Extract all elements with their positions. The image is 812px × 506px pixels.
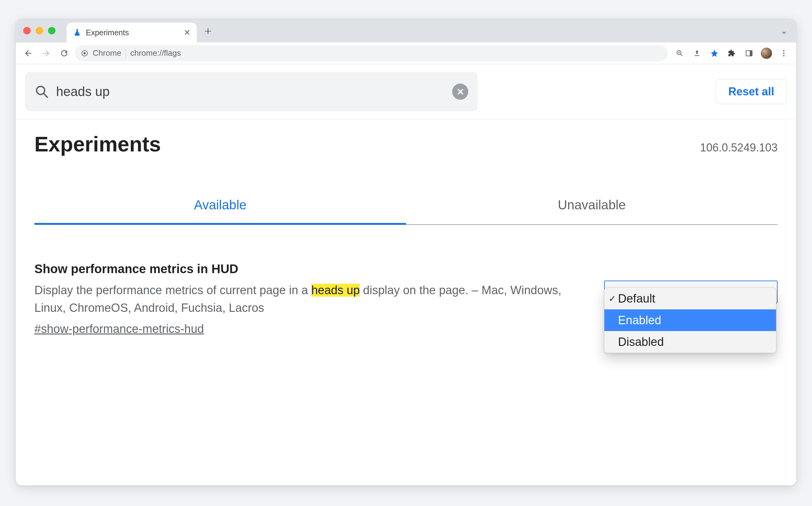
avatar[interactable] (759, 46, 774, 61)
flag-anchor-link[interactable]: #show-performance-metrics-hud (34, 322, 592, 336)
svg-rect-0 (76, 29, 78, 30)
close-window-icon[interactable] (23, 27, 31, 34)
tab-list-chevron-icon[interactable]: ⌄ (777, 24, 791, 38)
search-row: heads up ✕ Reset all (16, 64, 796, 119)
share-icon[interactable] (689, 46, 705, 61)
forward-button[interactable] (39, 46, 54, 61)
tab-available[interactable]: Available (34, 187, 406, 225)
flag-row: Show performance metrics in HUD Display … (34, 262, 778, 336)
option-enabled-label: Enabled (618, 314, 661, 327)
reset-all-label: Reset all (728, 85, 774, 98)
tab-available-label: Available (194, 197, 247, 212)
page-body: heads up ✕ Reset all Experiments 106.0.5… (16, 64, 796, 485)
minimize-window-icon[interactable] (35, 27, 43, 34)
search-value: heads up (56, 84, 445, 99)
flag-dropdown: ✓ Default Enabled Disabled (604, 287, 777, 353)
content: Experiments 106.0.5249.103 Available Una… (16, 119, 796, 360)
tab-unavailable-label: Unavailable (558, 197, 626, 212)
flask-icon (73, 28, 81, 37)
reload-button[interactable] (57, 46, 72, 61)
option-disabled-label: Disabled (618, 335, 664, 349)
option-disabled[interactable]: Disabled (604, 331, 776, 353)
extensions-icon[interactable] (724, 46, 739, 61)
flag-desc-before: Display the performance metrics of curre… (34, 284, 311, 297)
omnibox-chip-label: Chrome (93, 48, 121, 58)
version-label: 106.0.5249.103 (700, 141, 778, 154)
flag-title: Show performance metrics in HUD (34, 262, 592, 276)
close-tab-icon[interactable]: ✕ (184, 28, 191, 36)
svg-rect-8 (750, 51, 752, 56)
zoom-icon[interactable] (672, 46, 687, 61)
browser-window: Experiments ✕ ＋ ⌄ Chrome chrome://flags (15, 19, 797, 486)
svg-point-10 (783, 52, 785, 54)
option-enabled[interactable]: Enabled (604, 309, 776, 331)
clear-search-icon[interactable]: ✕ (452, 84, 468, 100)
browser-tab[interactable]: Experiments ✕ (67, 23, 197, 43)
search-icon (34, 84, 49, 99)
chrome-chip-icon (81, 50, 88, 57)
tab-unavailable[interactable]: Unavailable (406, 187, 778, 225)
svg-point-11 (783, 55, 785, 56)
flag-desc-highlight: heads up (311, 284, 360, 297)
svg-line-4 (681, 54, 682, 56)
svg-point-9 (783, 50, 785, 51)
reset-all-button[interactable]: Reset all (716, 79, 787, 104)
flag-description: Display the performance metrics of curre… (34, 281, 592, 317)
option-default[interactable]: ✓ Default (604, 288, 776, 309)
check-icon: ✓ (609, 293, 616, 304)
svg-point-2 (84, 52, 86, 54)
back-button[interactable] (21, 46, 35, 61)
omnibox-divider (126, 49, 126, 58)
kebab-menu-icon[interactable] (777, 46, 791, 61)
maximize-window-icon[interactable] (48, 27, 56, 34)
bookmark-star-icon[interactable] (707, 46, 722, 61)
omnibox-url: chrome://flags (130, 48, 181, 58)
page-title: Experiments (34, 132, 161, 156)
svg-point-12 (36, 86, 45, 94)
tab-strip: Experiments ✕ ＋ ⌄ (16, 19, 796, 43)
option-default-label: Default (618, 292, 655, 305)
tabs: Available Unavailable (34, 187, 778, 225)
svg-line-13 (44, 94, 48, 97)
flag-select[interactable]: ✓ Default Enabled Disabled (604, 280, 778, 304)
search-input[interactable]: heads up ✕ (25, 72, 477, 111)
flag-text: Show performance metrics in HUD Display … (34, 262, 592, 336)
omnibox[interactable]: Chrome chrome://flags (75, 45, 668, 61)
tab-title: Experiments (86, 28, 129, 37)
new-tab-button[interactable]: ＋ (202, 25, 214, 36)
toolbar-actions (672, 46, 791, 61)
window-controls (23, 27, 56, 34)
toolbar: Chrome chrome://flags (16, 43, 796, 64)
sidepanel-icon[interactable] (742, 46, 756, 61)
